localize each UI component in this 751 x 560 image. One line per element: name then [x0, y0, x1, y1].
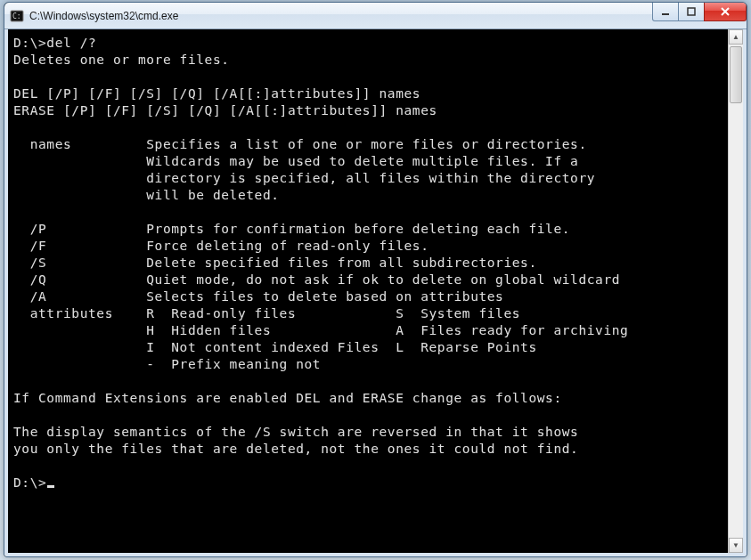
scroll-track[interactable] — [729, 45, 743, 538]
svg-text:C:: C: — [12, 12, 21, 20]
maximize-button[interactable] — [678, 3, 705, 21]
vertical-scrollbar[interactable]: ▲ ▼ — [728, 29, 743, 553]
minimize-button[interactable] — [652, 3, 679, 21]
cmd-icon: C: — [10, 9, 24, 23]
svg-rect-2 — [662, 13, 669, 15]
window-title: C:\Windows\system32\cmd.exe — [29, 10, 178, 22]
titlebar[interactable]: C: C:\Windows\system32\cmd.exe — [4, 3, 747, 29]
cmd-window: C: C:\Windows\system32\cmd.exe D:\>del /… — [4, 2, 747, 557]
prompt: D:\> — [13, 36, 46, 50]
scroll-up-button[interactable]: ▲ — [729, 29, 743, 45]
client-area: D:\>del /? Deletes one or more files. DE… — [4, 29, 747, 556]
console-output[interactable]: D:\>del /? Deletes one or more files. DE… — [8, 29, 728, 553]
svg-rect-3 — [688, 8, 695, 15]
scroll-down-button[interactable]: ▼ — [729, 538, 743, 553]
close-button[interactable] — [704, 3, 747, 21]
cursor — [47, 485, 54, 488]
prompt: D:\> — [13, 475, 46, 490]
window-controls — [653, 3, 747, 21]
scroll-thumb[interactable] — [730, 46, 742, 103]
output-text: Deletes one or more files. DEL [/P] [/F]… — [13, 53, 628, 456]
command-text: del /? — [46, 36, 96, 50]
